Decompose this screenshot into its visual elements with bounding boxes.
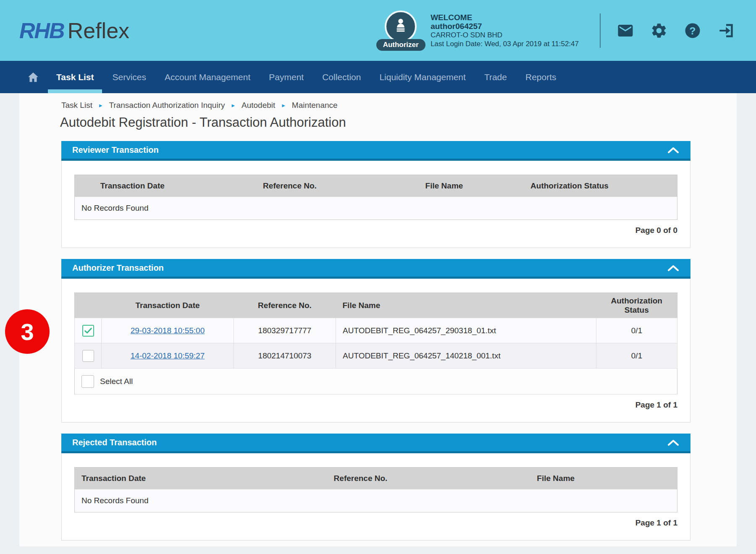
- page-title: Autodebit Registration - Transaction Aut…: [60, 115, 737, 130]
- transaction-date-link[interactable]: 14-02-2018 10:59:27: [131, 351, 205, 360]
- logo-rhb: RHB: [19, 18, 64, 43]
- check-icon: [84, 326, 93, 335]
- row-checkbox[interactable]: [82, 350, 94, 362]
- annotation-step-badge: 3: [5, 309, 50, 354]
- reviewer-table: Transaction Date Reference No. File Name…: [74, 175, 677, 220]
- reviewer-col-transaction-date: Transaction Date: [75, 175, 190, 197]
- breadcrumb-autodebit[interactable]: Autodebit: [242, 101, 275, 110]
- last-login-text: Last Login Date: Wed, 03 Apr 2019 at 11:…: [430, 39, 579, 48]
- rejected-col-reference-no: Reference No.: [287, 468, 435, 489]
- logout-icon[interactable]: [717, 22, 735, 39]
- role-badge: Authorizer: [376, 39, 425, 51]
- breadcrumb-task-list[interactable]: Task List: [61, 101, 92, 110]
- main-nav: Task List Services Account Management Pa…: [0, 61, 756, 93]
- gear-icon[interactable]: [650, 22, 668, 39]
- authorizer-panel-header: Authorizer Transaction: [61, 259, 690, 279]
- select-all-cell: Select All: [75, 368, 677, 395]
- authorizer-transaction-panel: Authorizer Transaction Transaction Date …: [61, 259, 690, 423]
- user-avatar-block[interactable]: Authorizer: [378, 10, 424, 51]
- select-all-checkbox[interactable]: [81, 375, 94, 388]
- breadcrumb-arrow-icon: ▸: [231, 102, 235, 109]
- authorization-status-cell: 0/1: [596, 343, 677, 368]
- nav-item-liquidity-management[interactable]: Liquidity Management: [370, 61, 475, 93]
- avatar: [385, 10, 417, 42]
- reviewer-empty-row: No Records Found: [75, 197, 677, 220]
- reviewer-panel-title: Reviewer Transaction: [72, 145, 159, 155]
- nav-item-payment[interactable]: Payment: [260, 61, 313, 93]
- page-container: Task List ▸ Transaction Authorization In…: [19, 93, 737, 546]
- app-logo[interactable]: RHB Reflex: [19, 18, 129, 43]
- select-all-label: Select All: [100, 377, 133, 386]
- logo-reflex: Reflex: [68, 18, 129, 43]
- authorizer-collapse-button[interactable]: [668, 264, 679, 271]
- user-info: WELCOME author064257 CARROT-O SDN BHD La…: [430, 13, 579, 48]
- reviewer-col-file-name: File Name: [390, 175, 499, 197]
- chevron-up-icon: [668, 146, 679, 153]
- rejected-collapse-button[interactable]: [668, 439, 679, 446]
- nav-item-task-list[interactable]: Task List: [47, 61, 103, 93]
- rejected-no-records-text: No Records Found: [75, 489, 677, 512]
- nav-item-services[interactable]: Services: [103, 61, 155, 93]
- reviewer-panel-body: Transaction Date Reference No. File Name…: [61, 161, 690, 248]
- chevron-up-icon: [668, 264, 679, 271]
- reviewer-col-filler: [640, 175, 677, 197]
- welcome-label: WELCOME: [430, 13, 579, 22]
- stamp-person-icon: [391, 16, 410, 37]
- authorizer-table-header-row: Transaction Date Reference No. File Name…: [75, 293, 677, 318]
- table-row: 29-03-2018 10:55:00 180329717777 AUTODEB…: [75, 318, 677, 343]
- file-name-cell: AUTODEBIT_REG_064257_140218_001.txt: [336, 343, 596, 368]
- authorizer-col-authorization-status: Authorization Status: [596, 293, 677, 318]
- rejected-empty-row: No Records Found: [75, 489, 677, 512]
- reviewer-table-header-row: Transaction Date Reference No. File Name…: [75, 175, 677, 197]
- nav-item-account-management[interactable]: Account Management: [155, 61, 260, 93]
- home-icon[interactable]: [19, 61, 47, 93]
- checkbox-cell: [75, 343, 102, 368]
- reference-no-cell: 180214710073: [234, 343, 336, 368]
- authorizer-table: Transaction Date Reference No. File Name…: [74, 293, 677, 395]
- rejected-page-indicator: Page 1 of 1: [74, 518, 677, 528]
- table-row: 14-02-2018 10:59:27 180214710073 AUTODEB…: [75, 343, 677, 368]
- nav-item-trade[interactable]: Trade: [475, 61, 516, 93]
- transaction-date-cell: 14-02-2018 10:59:27: [102, 343, 234, 368]
- authorizer-panel-body: Transaction Date Reference No. File Name…: [61, 279, 690, 423]
- authorizer-col-checkbox: [75, 293, 102, 318]
- reviewer-transaction-panel: Reviewer Transaction Transaction Date Re…: [61, 141, 690, 248]
- rejected-panel-title: Rejected Transaction: [72, 438, 157, 447]
- reference-no-cell: 180329717777: [234, 318, 336, 343]
- transaction-date-cell: 29-03-2018 10:55:00: [102, 318, 234, 343]
- help-icon[interactable]: ?: [684, 22, 701, 39]
- reviewer-collapse-button[interactable]: [668, 146, 679, 153]
- reviewer-col-reference-no: Reference No.: [190, 175, 390, 197]
- username-text: author064257: [430, 22, 579, 31]
- mail-icon[interactable]: [617, 22, 634, 39]
- select-all-row: Select All: [75, 368, 677, 395]
- screen: RHB Reflex Authorizer WELCOME author0642…: [0, 0, 756, 554]
- reviewer-col-authorization-status: Authorization Status: [499, 175, 640, 197]
- chevron-up-icon: [668, 439, 679, 446]
- breadcrumb-transaction-authorization-inquiry[interactable]: Transaction Authorization Inquiry: [109, 101, 225, 110]
- reviewer-panel-header: Reviewer Transaction: [61, 141, 690, 161]
- row-checkbox[interactable]: [82, 325, 94, 337]
- app-header: RHB Reflex Authorizer WELCOME author0642…: [0, 0, 756, 61]
- rejected-panel-body: Transaction Date Reference No. File Name…: [61, 453, 690, 541]
- breadcrumb-arrow-icon: ▸: [282, 102, 285, 109]
- reviewer-no-records-text: No Records Found: [75, 197, 677, 220]
- nav-item-reports[interactable]: Reports: [516, 61, 566, 93]
- breadcrumb-arrow-icon: ▸: [99, 102, 102, 109]
- svg-text:?: ?: [690, 25, 696, 36]
- company-text: CARROT-O SDN BHD: [430, 31, 579, 39]
- authorization-status-cell: 0/1: [596, 318, 677, 343]
- authorizer-page-indicator: Page 1 of 1: [74, 400, 677, 410]
- rejected-table: Transaction Date Reference No. File Name…: [74, 467, 677, 512]
- breadcrumb: Task List ▸ Transaction Authorization In…: [61, 101, 737, 110]
- rejected-col-transaction-date: Transaction Date: [75, 468, 287, 489]
- file-name-cell: AUTODEBIT_REG_064257_290318_01.txt: [336, 318, 596, 343]
- authorizer-col-reference-no: Reference No.: [234, 293, 336, 318]
- rejected-table-header-row: Transaction Date Reference No. File Name: [75, 468, 677, 489]
- authorizer-col-transaction-date: Transaction Date: [102, 293, 234, 318]
- transaction-date-link[interactable]: 29-03-2018 10:55:00: [131, 326, 205, 335]
- breadcrumb-maintenance[interactable]: Maintenance: [292, 101, 338, 110]
- header-divider: [600, 13, 601, 48]
- rejected-panel-header: Rejected Transaction: [61, 434, 690, 453]
- nav-item-collection[interactable]: Collection: [313, 61, 370, 93]
